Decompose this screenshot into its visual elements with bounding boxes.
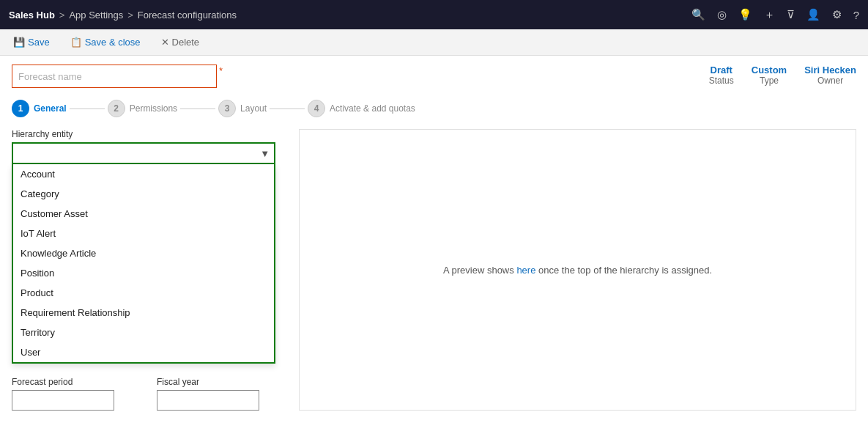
- header-row: * Draft Status Custom Type Siri Hecken O…: [12, 65, 856, 88]
- step-connector-1-2: [70, 108, 105, 109]
- breadcrumb-area: Sales Hub > App Settings > Forecast conf…: [9, 10, 237, 21]
- period-row: Forecast period Fiscal year: [12, 377, 290, 411]
- forecast-name-input[interactable]: [12, 65, 217, 88]
- fiscal-year-input[interactable]: [157, 390, 259, 411]
- preview-message: A preview shows here once the top of the…: [443, 265, 712, 276]
- status-panel: Draft Status Custom Type Siri Hecken Own…: [709, 65, 856, 86]
- list-item-category[interactable]: Category: [13, 184, 274, 204]
- step-circle-4: 4: [308, 100, 325, 117]
- delete-button[interactable]: ✕ Delete: [157, 34, 204, 51]
- status-item-status: Draft Status: [709, 65, 734, 86]
- hierarchy-entity-dropdown-wrapper: ▼ Account Category Customer Asset IoT Al…: [12, 142, 275, 164]
- add-icon[interactable]: ＋: [764, 8, 775, 22]
- list-item-account[interactable]: Account: [13, 164, 274, 184]
- step-label-1: General: [34, 103, 67, 114]
- step-2[interactable]: 2 Permissions: [108, 100, 177, 117]
- form-preview-row: Hierarchy entity ▼ Account Category Cust…: [12, 129, 856, 411]
- preview-prefix: A preview shows: [443, 265, 516, 276]
- step-circle-2: 2: [108, 100, 125, 117]
- app-name: Sales Hub: [9, 10, 55, 21]
- period-fields-row: Forecast period Fiscal year: [12, 377, 290, 411]
- form-section: Hierarchy entity ▼ Account Category Cust…: [12, 129, 290, 411]
- preview-suffix: once the top of the hierarchy is assigne…: [535, 265, 712, 276]
- delete-label: Delete: [172, 37, 200, 48]
- list-item-knowledge-article[interactable]: Knowledge Article: [13, 243, 274, 263]
- preview-section: A preview shows here once the top of the…: [299, 129, 856, 411]
- forecast-period-input[interactable]: [12, 390, 114, 411]
- search-icon[interactable]: 🔍: [691, 8, 705, 21]
- preview-link[interactable]: here: [516, 265, 535, 276]
- step-connector-3-4: [270, 108, 305, 109]
- save-icon: 💾: [13, 37, 25, 48]
- stepper: 1 General 2 Permissions 3 Layout 4 Activ…: [12, 100, 856, 117]
- hierarchy-entity-select[interactable]: [12, 142, 275, 164]
- breadcrumb-current: Forecast configurations: [138, 10, 237, 21]
- list-item-territory[interactable]: Territory: [13, 323, 274, 342]
- save-close-icon: 📋: [70, 37, 82, 48]
- settings-icon[interactable]: ⚙: [832, 8, 842, 21]
- nav-icons-area: 🔍 ◎ 💡 ＋ ⊽ 👤 ⚙ ?: [691, 8, 859, 22]
- hierarchy-entity-label: Hierarchy entity: [12, 129, 290, 139]
- status-item-owner: Siri Hecken Owner: [804, 65, 856, 86]
- step-connector-2-3: [180, 108, 215, 109]
- list-item-user[interactable]: User: [13, 342, 274, 362]
- dropdown-list: Account Category Customer Asset IoT Aler…: [12, 164, 275, 364]
- status-value: Draft: [709, 65, 734, 76]
- type-label: Type: [752, 76, 787, 86]
- filter-icon[interactable]: ⊽: [787, 8, 795, 21]
- save-button[interactable]: 💾 Save: [9, 34, 54, 51]
- top-navigation: Sales Hub > App Settings > Forecast conf…: [0, 0, 868, 29]
- step-3[interactable]: 3 Layout: [218, 100, 267, 117]
- list-item-product[interactable]: Product: [13, 283, 274, 303]
- required-indicator: *: [219, 66, 223, 76]
- list-item-position[interactable]: Position: [13, 263, 274, 283]
- step-circle-1: 1: [12, 100, 29, 117]
- step-label-4: Activate & add quotas: [330, 103, 415, 114]
- lightbulb-icon[interactable]: 💡: [738, 8, 752, 21]
- save-close-label: Save & close: [85, 37, 141, 48]
- forecast-period-field: Forecast period: [12, 377, 145, 411]
- nav-separator1: >: [59, 10, 65, 21]
- help-icon[interactable]: ?: [853, 9, 859, 21]
- nav-separator2: >: [127, 10, 133, 21]
- main-content: * Draft Status Custom Type Siri Hecken O…: [0, 56, 868, 419]
- list-item-iot-alert[interactable]: IoT Alert: [13, 224, 274, 243]
- step-circle-3: 3: [218, 100, 236, 117]
- step-label-3: Layout: [240, 103, 267, 114]
- forecast-period-label: Forecast period: [12, 377, 145, 387]
- step-4[interactable]: 4 Activate & add quotas: [308, 100, 415, 117]
- step-label-2: Permissions: [130, 103, 177, 114]
- list-item-requirement-relationship[interactable]: Requirement Relationship: [13, 303, 274, 323]
- breadcrumb-app-settings[interactable]: App Settings: [69, 10, 123, 21]
- target-icon[interactable]: ◎: [717, 8, 727, 21]
- user-icon[interactable]: 👤: [806, 8, 820, 21]
- save-close-button[interactable]: 📋 Save & close: [66, 34, 145, 51]
- type-value: Custom: [752, 65, 787, 76]
- toolbar: 💾 Save 📋 Save & close ✕ Delete: [0, 29, 868, 56]
- status-label: Status: [709, 76, 734, 86]
- fiscal-year-label: Fiscal year: [157, 377, 290, 387]
- step-1[interactable]: 1 General: [12, 100, 67, 117]
- owner-value: Siri Hecken: [804, 65, 856, 76]
- forecast-name-field: *: [12, 65, 217, 88]
- status-item-type: Custom Type: [752, 65, 787, 86]
- list-item-customer-asset[interactable]: Customer Asset: [13, 204, 274, 224]
- save-label: Save: [28, 37, 50, 48]
- delete-icon: ✕: [161, 37, 169, 48]
- owner-label: Owner: [804, 76, 856, 86]
- fiscal-year-field: Fiscal year: [157, 377, 290, 411]
